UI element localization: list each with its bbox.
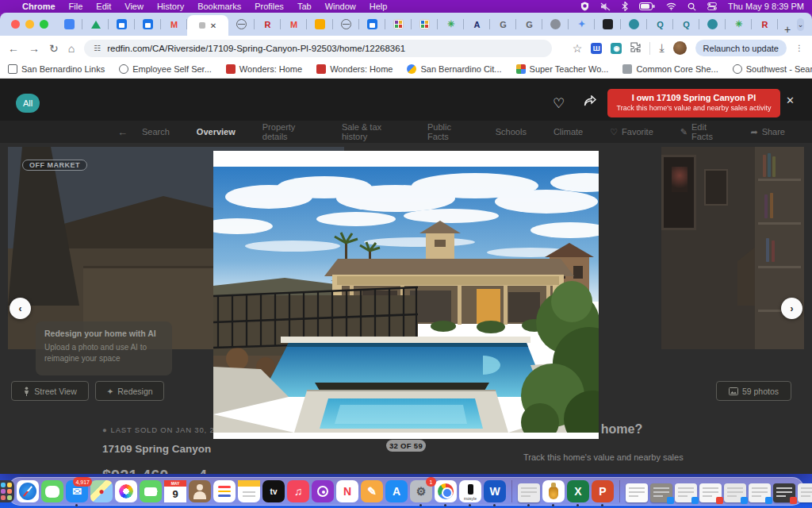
- browser-tab[interactable]: [333, 13, 359, 36]
- address-bar[interactable]: ☷ redfin.com/CA/Riverside/17109-Spring-C…: [84, 40, 552, 57]
- menu-app[interactable]: Chrome: [22, 2, 56, 11]
- battery-icon[interactable]: [639, 2, 655, 11]
- relaunch-button[interactable]: Relaunch to update: [695, 40, 787, 56]
- nav-tab-public-facts[interactable]: Public Facts: [427, 122, 469, 141]
- bookmark-item[interactable]: Common Core She...: [622, 64, 718, 74]
- menu-bookmarks[interactable]: Bookmarks: [197, 2, 241, 11]
- dock-document[interactable]: [626, 480, 648, 502]
- all-filter-button[interactable]: All: [16, 94, 40, 113]
- browser-tab[interactable]: [359, 13, 385, 36]
- dock-chrome[interactable]: [435, 480, 457, 502]
- ownership-banner[interactable]: I own 17109 Spring Canyon Pl Track this …: [607, 89, 780, 117]
- browser-tab[interactable]: R: [752, 13, 778, 36]
- dock-excel[interactable]: X: [567, 480, 589, 502]
- dock-mosyle[interactable]: mosyle: [459, 480, 481, 502]
- nav-tab-schools[interactable]: Schools: [496, 122, 527, 141]
- dock-word[interactable]: W: [484, 480, 506, 502]
- browser-tab[interactable]: [109, 13, 135, 36]
- menubar-clock[interactable]: Thu May 9 8:39 PM: [728, 2, 804, 11]
- active-tab[interactable]: ✕: [187, 15, 228, 36]
- previous-photo-button[interactable]: ‹: [10, 298, 31, 319]
- dock-music[interactable]: ♫: [287, 480, 309, 502]
- wifi-icon[interactable]: [666, 2, 676, 11]
- menu-profiles[interactable]: Profiles: [255, 2, 284, 11]
- redesign-button[interactable]: ✦ Redesign: [95, 381, 164, 401]
- dock-minimized-window[interactable]: [675, 480, 697, 502]
- nav-tab-sale-tax-history[interactable]: Sale & tax history: [342, 122, 400, 141]
- bookmark-star-icon[interactable]: ☆: [573, 42, 583, 55]
- browser-tab[interactable]: [621, 13, 647, 36]
- dock-minimized-window[interactable]: [798, 480, 812, 502]
- nav-tab-edit-facts[interactable]: ✎Edit Facts: [680, 122, 724, 141]
- browser-tab[interactable]: ✳: [438, 13, 464, 36]
- back-icon[interactable]: ←: [8, 42, 19, 55]
- dock-facetime[interactable]: [140, 480, 162, 502]
- maximize-window-button[interactable]: [40, 20, 48, 29]
- dock-minimized-window[interactable]: [699, 480, 722, 502]
- dock-minimized-window[interactable]: [650, 480, 672, 502]
- bookmark-item[interactable]: Southwest - Search: [733, 64, 812, 74]
- bookmark-item[interactable]: Employee Self Ser...: [119, 64, 212, 74]
- browser-tab[interactable]: [595, 13, 621, 36]
- dock-window-capture[interactable]: [518, 480, 540, 502]
- dock-reminders[interactable]: [213, 480, 236, 502]
- dock-safari[interactable]: [17, 480, 39, 502]
- dock-contacts[interactable]: [189, 480, 211, 502]
- menu-file[interactable]: File: [69, 2, 83, 11]
- spotlight-search-icon[interactable]: [688, 2, 696, 11]
- browser-tab[interactable]: G: [516, 13, 542, 36]
- menu-window[interactable]: Window: [325, 2, 356, 11]
- bookmark-item[interactable]: San Bernardino Cit...: [407, 64, 501, 74]
- menu-edit[interactable]: Edit: [96, 2, 111, 11]
- street-view-button[interactable]: Street View: [11, 381, 89, 401]
- tab-search-chevron-icon[interactable]: ⌄: [797, 18, 804, 31]
- browser-tab[interactable]: ✦: [569, 13, 595, 36]
- extension-wordwall-icon[interactable]: Ш: [591, 43, 602, 54]
- dock-calendar[interactable]: MAY9: [164, 480, 186, 502]
- bookmark-item[interactable]: Super Teacher Wo...: [516, 64, 609, 74]
- new-tab-button[interactable]: +: [778, 23, 797, 36]
- dock-pages[interactable]: ✎: [361, 480, 383, 502]
- downloads-icon[interactable]: ⤓: [659, 41, 664, 55]
- bookmark-item[interactable]: Wonders: Home: [226, 64, 302, 74]
- close-window-button[interactable]: [11, 20, 20, 29]
- nav-tab-climate[interactable]: Climate: [553, 122, 583, 141]
- chrome-menu-icon[interactable]: ⋮: [795, 44, 804, 52]
- dock-powerpoint[interactable]: P: [592, 480, 614, 502]
- dock-notes[interactable]: [238, 480, 260, 502]
- browser-tab[interactable]: [307, 13, 333, 36]
- nav-tab-overview[interactable]: Overview: [197, 122, 236, 141]
- browser-tab[interactable]: A: [464, 13, 490, 36]
- nav-tab-share[interactable]: ➦Share: [750, 122, 785, 141]
- dock-messages[interactable]: [41, 480, 63, 502]
- dock-maps[interactable]: ●: [90, 480, 113, 502]
- photos-count-button[interactable]: 59 photos: [716, 381, 791, 401]
- listing-photo[interactable]: [213, 167, 599, 433]
- banner-close-icon[interactable]: ✕: [786, 94, 795, 106]
- shield-icon[interactable]: [580, 2, 589, 11]
- bookmark-item[interactable]: San Bernardino Links: [8, 64, 105, 74]
- url-text[interactable]: redfin.com/CA/Riverside/17109-Spring-Can…: [107, 44, 405, 53]
- nav-back-icon[interactable]: ←: [117, 126, 128, 138]
- forward-icon[interactable]: →: [29, 42, 40, 55]
- browser-tab[interactable]: [699, 13, 726, 36]
- nav-tab-search[interactable]: Search: [142, 122, 170, 141]
- extension-screencast-icon[interactable]: ◉: [611, 43, 622, 54]
- dock-minimized-window[interactable]: [724, 480, 746, 502]
- browser-tab[interactable]: [385, 13, 412, 36]
- profile-avatar[interactable]: [673, 41, 687, 55]
- menu-tab[interactable]: Tab: [297, 2, 312, 11]
- browser-tab[interactable]: G: [490, 13, 516, 36]
- extensions-puzzle-icon[interactable]: [630, 42, 641, 55]
- control-center-icon[interactable]: [707, 2, 717, 11]
- reload-icon[interactable]: ↻: [49, 42, 59, 55]
- dock-news[interactable]: N: [336, 480, 358, 502]
- menu-help[interactable]: Help: [370, 2, 388, 11]
- dock-appstore[interactable]: A: [385, 480, 408, 502]
- nav-tab-property-details[interactable]: Property details: [262, 122, 315, 141]
- dock-self-service[interactable]: [542, 480, 565, 502]
- next-photo-button[interactable]: ›: [781, 298, 802, 319]
- dock-photos[interactable]: [115, 480, 137, 502]
- browser-tab[interactable]: ✳: [726, 13, 752, 36]
- dock-podcasts[interactable]: [312, 480, 334, 502]
